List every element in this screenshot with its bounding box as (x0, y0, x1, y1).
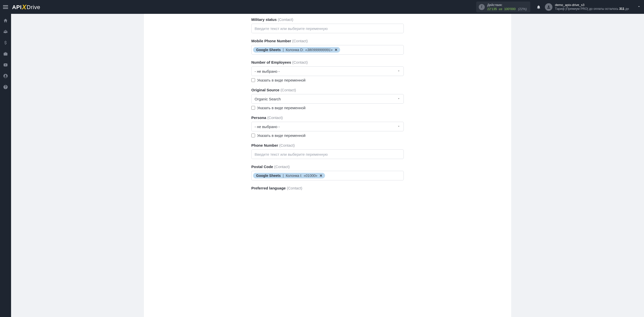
nav-billing[interactable] (0, 38, 11, 48)
original_source-as-variable[interactable]: Указать в виде переменной (251, 106, 404, 110)
phone_number-input[interactable]: Введите текст или выберите переменную (251, 149, 404, 159)
nav-apps[interactable] (0, 49, 11, 59)
chevron-down-icon (637, 5, 641, 9)
field-original_source: Original Source (Contact)Organic SearchУ… (251, 88, 404, 110)
field-label: Number of Employees (Contact) (251, 60, 404, 64)
select-value: Organic Search (255, 97, 281, 101)
postal_code-input[interactable]: Google Sheets|Колонка I: «01000»✕ (251, 171, 404, 180)
logo-api: API (12, 4, 22, 11)
field-label: Persona (Contact) (251, 115, 404, 120)
military_status-input[interactable]: Введите текст или выберите переменную (251, 24, 404, 33)
field-label: Original Source (Contact) (251, 88, 404, 92)
help-icon (3, 85, 8, 90)
checkbox-label: Указать в виде переменной (257, 78, 306, 82)
user-tariff: Тариф |Премиум PRO| до оплаты осталось 3… (555, 7, 629, 11)
home-icon (3, 18, 8, 23)
nav-help[interactable] (0, 82, 11, 92)
mobile_phone-input[interactable]: Google Sheets|Колонка D: «380999999991»✕ (251, 45, 404, 55)
field-label-context: (Contact) (287, 186, 302, 190)
nav-home[interactable] (0, 16, 11, 25)
field-label-text: Postal Code (251, 165, 273, 169)
field-label-text: Phone Number (251, 143, 278, 147)
field-label-context: (Contact) (274, 165, 290, 169)
field-label-text: Number of Employees (251, 60, 291, 64)
field-label-context: (Contact) (280, 88, 296, 92)
field-phone_number: Phone Number (Contact)Введите текст или … (251, 143, 404, 159)
field-label: Mobile Phone Number (Contact) (251, 39, 404, 43)
select-value: - не выбрано - (255, 125, 280, 129)
field-label-text: Original Source (251, 88, 279, 92)
chevron-down-icon (397, 125, 400, 129)
notifications-button[interactable] (534, 2, 543, 12)
sitemap-icon (3, 29, 8, 34)
num_employees-select[interactable]: - не выбрано - (251, 66, 404, 76)
field-mobile_phone: Mobile Phone Number (Contact)Google Shee… (251, 39, 404, 55)
mapping-chip: Google Sheets|Колонка D: «380999999991»✕ (253, 47, 340, 53)
bell-icon (536, 5, 541, 9)
siderail (0, 14, 11, 317)
checkbox[interactable] (251, 78, 255, 82)
actions-label: Действия: (487, 3, 527, 7)
field-label-context: (Contact) (278, 17, 293, 22)
actions-counter[interactable]: i Действия: 22'135 из 100'000 (22%) (476, 2, 530, 12)
field-num_employees: Number of Employees (Contact)- не выбран… (251, 60, 404, 82)
field-label-text: Military status (251, 17, 277, 22)
topbar: API X Drive i Действия: 22'135 из 100'00… (0, 0, 644, 14)
field-label-text: Persona (251, 115, 266, 120)
field-label-context: (Contact) (292, 60, 308, 64)
field-label-context: (Contact) (292, 39, 308, 43)
checkbox[interactable] (251, 134, 255, 137)
field-label-context: (Contact) (267, 115, 283, 120)
field-persona: Persona (Contact)- не выбрано -Указать в… (251, 115, 404, 138)
avatar (545, 3, 552, 11)
user-menu[interactable]: demo_apix-drive_s3 Тариф |Премиум PRO| д… (545, 3, 641, 11)
chip-remove[interactable]: ✕ (335, 48, 338, 52)
checkbox-label: Указать в виде переменной (257, 106, 306, 110)
checkbox-label: Указать в виде переменной (257, 133, 306, 138)
field-label: Phone Number (Contact) (251, 143, 404, 147)
nav-connections[interactable] (0, 27, 11, 36)
checkbox[interactable] (251, 106, 255, 110)
logo-x: X (22, 3, 26, 11)
actions-counts: 22'135 из 100'000 (22%) (487, 7, 527, 11)
hamburger-icon (3, 7, 8, 7)
menu-toggle[interactable] (0, 2, 11, 13)
chip-remove[interactable]: ✕ (319, 174, 323, 178)
content-scroll[interactable]: Military status (Contact)Введите текст и… (11, 14, 644, 317)
info-icon: i (479, 4, 485, 10)
original_source-select[interactable]: Organic Search (251, 94, 404, 104)
mapping-chip: Google Sheets|Колонка I: «01000»✕ (253, 173, 325, 178)
field-label: Preferred language (Contact) (251, 186, 404, 190)
user-icon (546, 5, 551, 9)
briefcase-icon (3, 51, 8, 56)
user-circle-icon (3, 73, 8, 78)
field-label-text: Mobile Phone Number (251, 39, 291, 43)
field-military_status: Military status (Contact)Введите текст и… (251, 17, 404, 33)
logo-drive: Drive (27, 4, 40, 11)
num_employees-as-variable[interactable]: Указать в виде переменной (251, 78, 404, 82)
form-column: Military status (Contact)Введите текст и… (251, 17, 404, 190)
chevron-down-icon (397, 69, 400, 73)
select-value: - не выбрано - (255, 69, 280, 73)
shell: Military status (Contact)Введите текст и… (0, 14, 644, 317)
user-name: demo_apix-drive_s3 (555, 3, 629, 7)
persona-select[interactable]: - не выбрано - (251, 122, 404, 131)
field-label-context: (Contact) (279, 143, 295, 147)
persona-as-variable[interactable]: Указать в виде переменной (251, 133, 404, 138)
field-label: Postal Code (Contact) (251, 165, 404, 169)
nav-videos[interactable] (0, 60, 11, 70)
chevron-down-icon (397, 97, 400, 101)
form-card: Military status (Contact)Введите текст и… (144, 14, 511, 317)
nav-account[interactable] (0, 71, 11, 81)
field-label: Military status (Contact) (251, 17, 404, 22)
field-preferred_language: Preferred language (Contact) (251, 186, 404, 190)
field-postal_code: Postal Code (Contact)Google Sheets|Колон… (251, 165, 404, 180)
logo[interactable]: API X Drive (12, 3, 40, 11)
youtube-icon (3, 62, 8, 67)
dollar-icon (3, 40, 8, 45)
field-label-text: Preferred language (251, 186, 286, 190)
